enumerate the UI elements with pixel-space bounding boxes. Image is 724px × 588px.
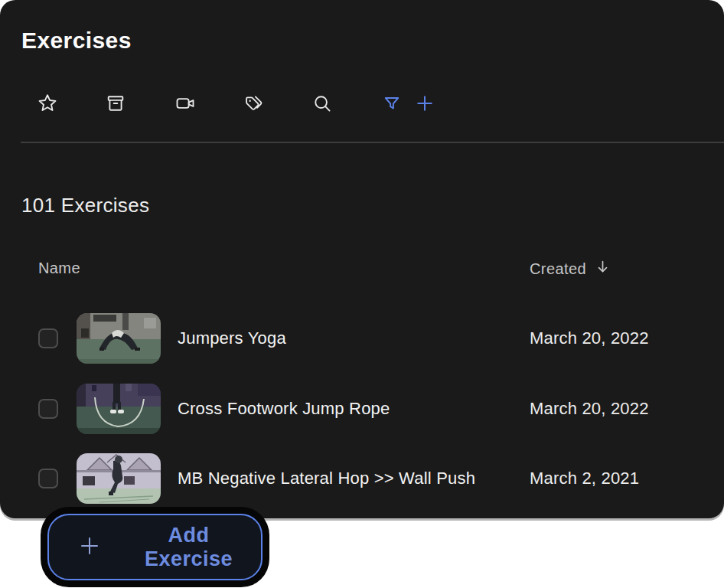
column-header-created[interactable]: Created	[530, 260, 610, 278]
archive-box-icon	[105, 93, 126, 114]
tag-icon	[243, 93, 265, 114]
exercise-name[interactable]: Jumpers Yoga	[178, 313, 286, 364]
videos-button[interactable]	[174, 93, 196, 114]
row-checkbox[interactable]	[38, 399, 58, 419]
exercise-created-date: March 2, 2021	[530, 453, 639, 504]
gym-bear-crawl-video-thumbnail[interactable]	[77, 313, 161, 364]
row-checkbox[interactable]	[38, 328, 58, 348]
table-row: MB Negative Lateral Hop >> Wall Push Mar…	[0, 453, 724, 504]
arrow-down-icon	[595, 260, 610, 278]
column-header-created-label: Created	[530, 260, 586, 278]
exercises-panel: Exercises	[0, 0, 724, 518]
favorites-button[interactable]	[37, 93, 58, 114]
tags-button[interactable]	[243, 93, 265, 114]
page-title: Exercises	[21, 28, 132, 54]
exercises-page: Exercises	[0, 0, 724, 588]
exercise-name[interactable]: Cross Footwork Jump Rope	[178, 384, 390, 434]
archive-button[interactable]	[105, 93, 126, 114]
column-header-name: Name	[38, 260, 80, 277]
search-icon	[311, 93, 333, 114]
row-checkbox[interactable]	[38, 469, 58, 488]
video-camera-icon	[174, 93, 196, 114]
table-row: Jumpers Yoga March 20, 2022	[0, 313, 724, 364]
exercise-created-date: March 20, 2022	[530, 313, 649, 364]
add-filter-button[interactable]	[414, 93, 435, 114]
exercise-created-date: March 20, 2022	[530, 384, 649, 434]
star-icon	[37, 93, 58, 114]
jump-rope-video-thumbnail[interactable]	[77, 384, 161, 434]
plus-icon	[78, 534, 101, 560]
plus-icon	[414, 93, 435, 114]
toolbar-divider	[21, 142, 724, 143]
exercise-count: 101 Exercises	[21, 194, 149, 217]
add-exercise-button[interactable]: Add Exercise	[47, 514, 263, 580]
search-button[interactable]	[311, 93, 333, 114]
filter-funnel-icon	[381, 93, 403, 114]
table-row: Cross Footwork Jump Rope March 20, 2022	[0, 384, 724, 434]
add-exercise-label: Add Exercise	[121, 524, 256, 571]
lateral-hop-gym-video-thumbnail[interactable]	[77, 453, 161, 504]
exercise-name[interactable]: MB Negative Lateral Hop >> Wall Push	[178, 453, 475, 504]
filter-button[interactable]	[381, 93, 403, 114]
